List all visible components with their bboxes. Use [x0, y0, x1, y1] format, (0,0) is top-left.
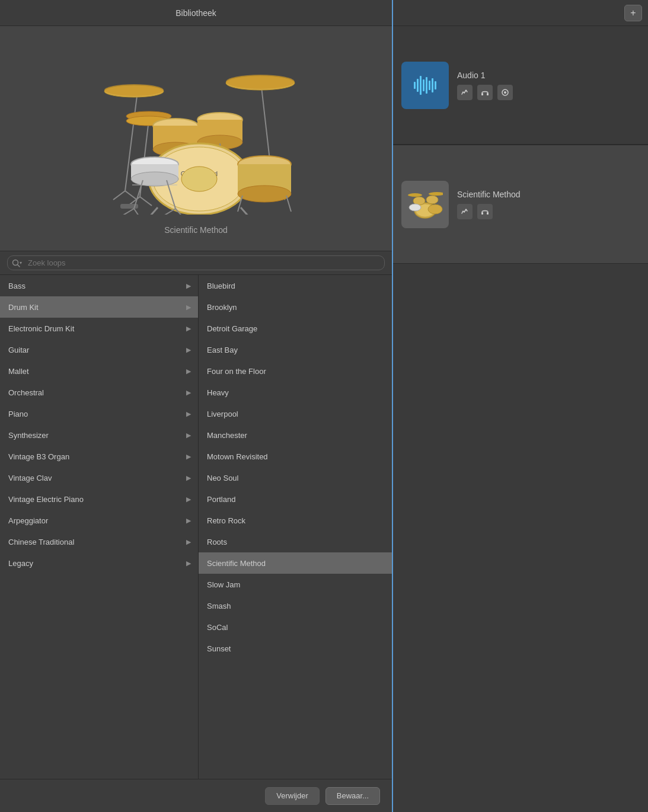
- arrow-icon-drum_kit: ▶: [186, 303, 191, 311]
- category-item-vintage_b3[interactable]: Vintage B3 Organ▶: [0, 446, 198, 467]
- category-list-area: Bass▶Drum Kit▶Electronic Drum Kit▶Guitar…: [0, 275, 392, 779]
- category-item-chinese_traditional[interactable]: Chinese Traditional▶: [0, 531, 198, 552]
- svg-point-22: [226, 75, 295, 89]
- drum-kit-item-detroit_garage[interactable]: Detroit Garage: [199, 318, 392, 339]
- drum-kit-item-bluebird[interactable]: Bluebird: [199, 275, 392, 296]
- mute-icon: [461, 88, 469, 97]
- track-name-scientific-method: Scientific Method: [457, 190, 640, 199]
- drum-kit-item-four_on_floor[interactable]: Four on the Floor: [199, 360, 392, 382]
- drum-kit-item-liverpool[interactable]: Liverpool: [199, 403, 392, 424]
- svg-point-37: [131, 172, 178, 186]
- search-bar: ▾: [0, 251, 392, 275]
- track-info-audio1: Audio 1: [457, 71, 640, 100]
- right-top-bar: +: [393, 0, 648, 26]
- track-thumb-drum: [401, 181, 449, 228]
- svg-point-31: [238, 186, 291, 202]
- category-item-arpeggiator[interactable]: Arpeggiator▶: [0, 510, 198, 531]
- track-item-scientific-method: Scientific Method: [393, 145, 648, 264]
- category-item-bass[interactable]: Bass▶: [0, 275, 198, 296]
- track-thumb-audio1: [401, 62, 449, 109]
- category-item-vintage_ep[interactable]: Vintage Electric Piano▶: [0, 488, 198, 510]
- svg-line-1: [113, 191, 125, 200]
- arrow-icon-vintage_clav: ▶: [186, 474, 191, 482]
- arrow-icon-vintage_ep: ▶: [186, 495, 191, 503]
- save-button[interactable]: Bewaar...: [325, 787, 380, 805]
- svg-point-56: [429, 192, 443, 196]
- drum-kit-item-roots[interactable]: Roots: [199, 531, 392, 552]
- input-button-audio1[interactable]: [497, 85, 513, 100]
- drum-kit-item-heavy[interactable]: Heavy: [199, 382, 392, 403]
- arrow-icon-bass: ▶: [186, 282, 191, 290]
- headphones-button-audio1[interactable]: [477, 85, 493, 100]
- arrow-icon-electronic_drum_kit: ▶: [186, 325, 191, 333]
- library-header: Bibliotheek: [0, 0, 392, 26]
- arrow-icon-vintage_b3: ▶: [186, 453, 191, 461]
- arrow-icon-synthesizer: ▶: [186, 431, 191, 439]
- search-wrap: ▾: [7, 255, 385, 270]
- svg-point-54: [426, 196, 438, 204]
- svg-line-42: [134, 209, 140, 215]
- drum-kit-item-brooklyn[interactable]: Brooklyn: [199, 296, 392, 318]
- arrow-icon-piano: ▶: [186, 410, 191, 418]
- svg-point-58: [409, 204, 421, 211]
- drum-kit-item-smash[interactable]: Smash: [199, 595, 392, 616]
- arrow-icon-orchestral: ▶: [186, 389, 191, 397]
- mute-icon-drum: [461, 207, 469, 216]
- drum-kit-svg: GarageBand: [90, 49, 303, 215]
- headphones-icon: [481, 88, 489, 97]
- category-item-piano[interactable]: Piano▶: [0, 403, 198, 424]
- delete-button[interactable]: Verwijder: [265, 787, 319, 805]
- search-icon: [12, 259, 20, 267]
- svg-line-7: [140, 197, 152, 206]
- svg-line-43: [164, 209, 175, 215]
- drum-kit-item-portland[interactable]: Portland: [199, 488, 392, 510]
- track-name-audio1: Audio 1: [457, 71, 640, 80]
- right-panel: + Audio 1: [393, 0, 648, 812]
- svg-line-28: [241, 207, 250, 215]
- drum-kit-item-socal[interactable]: SoCal: [199, 616, 392, 638]
- svg-rect-47: [481, 93, 483, 95]
- mute-button-scientific-method[interactable]: [457, 204, 473, 219]
- preview-drum-name: Scientific Method: [164, 225, 228, 235]
- category-item-orchestral[interactable]: Orchestral▶: [0, 382, 198, 403]
- drum-kit-item-sunset[interactable]: Sunset: [199, 638, 392, 659]
- svg-point-26: [181, 167, 217, 191]
- svg-rect-60: [487, 212, 489, 215]
- category-item-synthesizer[interactable]: Synthesizer▶: [0, 424, 198, 446]
- svg-line-27: [149, 207, 158, 215]
- svg-rect-48: [487, 93, 489, 95]
- arrow-icon-legacy: ▶: [186, 560, 191, 567]
- drum-kit-item-slow_jam[interactable]: Slow Jam: [199, 574, 392, 595]
- category-item-guitar[interactable]: Guitar▶: [0, 339, 198, 360]
- drum-kit-item-neo_soul[interactable]: Neo Soul: [199, 467, 392, 488]
- svg-rect-59: [481, 212, 483, 215]
- track-controls-audio1: [457, 85, 640, 100]
- category-item-electronic_drum_kit[interactable]: Electronic Drum Kit▶: [0, 318, 198, 339]
- arrow-icon-chinese_traditional: ▶: [186, 538, 191, 546]
- library-panel: Bibliotheek: [0, 0, 393, 812]
- drum-kit-item-east_bay[interactable]: East Bay: [199, 339, 392, 360]
- drum-kit-item-motown_revisited[interactable]: Motown Revisited: [199, 446, 392, 467]
- svg-line-33: [286, 196, 291, 212]
- svg-point-50: [504, 91, 506, 94]
- category-item-legacy[interactable]: Legacy▶: [0, 552, 198, 574]
- category-left-list: Bass▶Drum Kit▶Electronic Drum Kit▶Guitar…: [0, 275, 199, 779]
- drum-kit-item-manchester[interactable]: Manchester: [199, 424, 392, 446]
- track-info-scientific-method: Scientific Method: [457, 190, 640, 219]
- mute-button-audio1[interactable]: [457, 85, 473, 100]
- drum-kit-item-retro_rock[interactable]: Retro Rock: [199, 510, 392, 531]
- category-item-vintage_clav[interactable]: Vintage Clav▶: [0, 467, 198, 488]
- svg-point-4: [104, 84, 164, 96]
- arrow-icon-mallet: ▶: [186, 367, 191, 375]
- category-right-list: BluebirdBrooklynDetroit GarageEast BayFo…: [199, 275, 392, 779]
- headphones-button-scientific-method[interactable]: [477, 204, 493, 219]
- search-input[interactable]: [7, 255, 385, 270]
- svg-point-55: [408, 193, 422, 197]
- category-item-mallet[interactable]: Mallet▶: [0, 360, 198, 382]
- drum-kit-item-scientific_method[interactable]: Scientific Method: [199, 552, 392, 574]
- bottom-bar: Verwijder Bewaar...: [0, 779, 392, 812]
- drum-preview-area: GarageBand: [0, 26, 392, 251]
- add-track-button[interactable]: +: [624, 5, 642, 21]
- track-item-audio1: Audio 1: [393, 26, 648, 145]
- category-item-drum_kit[interactable]: Drum Kit▶: [0, 296, 198, 318]
